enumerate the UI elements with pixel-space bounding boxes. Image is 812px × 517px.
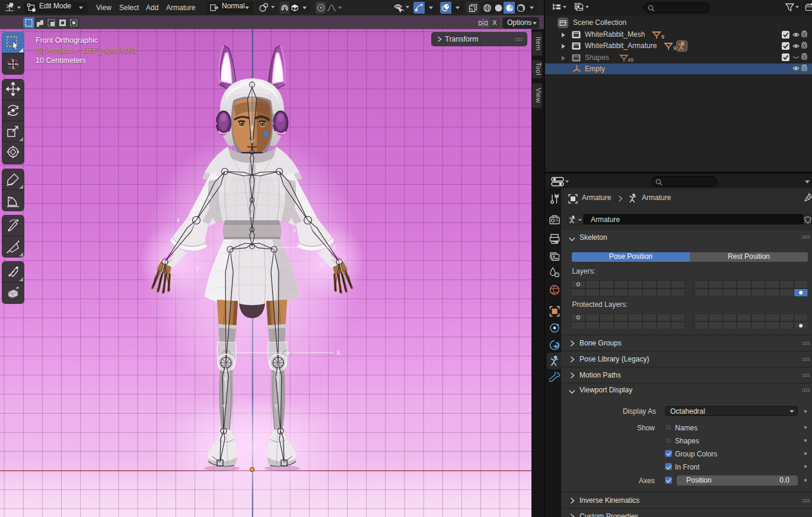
svg-text:X: X: [286, 350, 291, 356]
svg-text:Y: Y: [222, 404, 226, 410]
svg-text:Y: Y: [250, 126, 254, 132]
svg-text:x: x: [293, 227, 296, 233]
svg-text:x: x: [208, 194, 211, 201]
svg-text:Y: Y: [196, 266, 200, 272]
svg-text:Y: Y: [274, 404, 278, 410]
svg-text:X: X: [332, 245, 336, 251]
svg-text:x: x: [177, 217, 180, 223]
svg-text:X: X: [336, 350, 340, 356]
svg-text:Y: Y: [275, 376, 279, 382]
svg-text:Y: Y: [250, 183, 254, 189]
svg-text:y: y: [320, 261, 323, 268]
svg-text:z: z: [250, 211, 253, 218]
svg-text:Y: Y: [223, 376, 227, 382]
